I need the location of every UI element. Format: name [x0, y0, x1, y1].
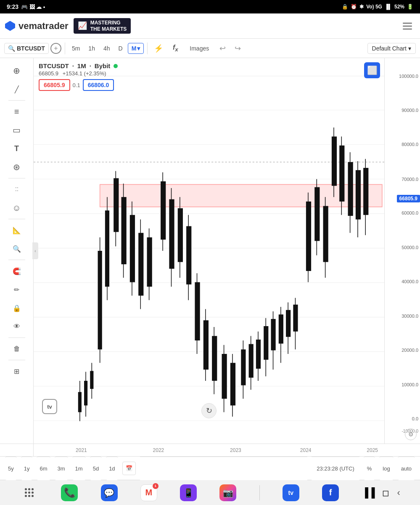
timeframe-4h[interactable]: 4h	[100, 43, 114, 53]
search-icon: 🔍	[8, 45, 15, 52]
gmail-app-icon[interactable]: M 1	[140, 484, 157, 501]
emoji-icon: ☺	[12, 203, 21, 213]
trend-up-icon: 📈	[78, 21, 87, 31]
magnet-icon: 🧲	[13, 267, 21, 275]
gmail-badge: 1	[153, 483, 158, 489]
tradingview-watermark: tv	[42, 399, 57, 414]
chart-change: +1534.1 (+2.35%)	[63, 70, 106, 77]
app-grid-button[interactable]	[20, 484, 38, 502]
hamburger-line-3	[403, 29, 412, 29]
ruler-tool[interactable]: 📐	[8, 222, 26, 239]
timerange-1m[interactable]: 1m	[72, 457, 86, 480]
timerange-3m[interactable]: 3m	[55, 457, 68, 480]
symbol-search[interactable]: 🔍 BTCUSDT	[4, 43, 49, 54]
eye-tool[interactable]: 👁	[8, 318, 26, 335]
tradingview-app-icon[interactable]: tv	[283, 484, 299, 501]
svg-rect-57	[256, 340, 261, 369]
svg-rect-31	[138, 233, 143, 295]
timeframe-dropdown[interactable]: M ▾	[128, 43, 144, 54]
add-symbol-button[interactable]: +	[50, 43, 61, 54]
price-label-80000: 80000.0	[402, 142, 418, 147]
timeframe-5m[interactable]: 5m	[69, 43, 83, 53]
ruler-icon: 📐	[13, 226, 21, 234]
line-tool[interactable]: ╱	[8, 81, 26, 98]
redo-button[interactable]: ↪	[231, 42, 244, 55]
crosshair-tool[interactable]: ⊕	[8, 62, 26, 79]
timerange-1y[interactable]: 1y	[21, 457, 33, 480]
timeframe-1h[interactable]: 1h	[85, 43, 98, 53]
tool-separator-2	[8, 178, 25, 178]
chart-exchange: Bybit	[95, 62, 111, 69]
svg-rect-23	[105, 210, 109, 287]
trash-icon: 🗑	[13, 345, 20, 353]
spread-label: 0.1	[73, 82, 80, 88]
calendar-icon: 📅	[126, 465, 132, 471]
logo-text: vematrader	[18, 21, 69, 32]
trash-tool[interactable]: 🗑	[8, 340, 26, 357]
node-tool[interactable]: ⊛	[8, 159, 26, 175]
viber-app-icon[interactable]: 📱	[180, 484, 197, 501]
sidebar-collapse-tab[interactable]: ‹	[32, 242, 38, 259]
x-axis-labels: 2021 2022 2023 2024 2025	[34, 444, 384, 456]
chart-header-info: BTCUSDT · 1M · Bybit 66805.9 +1534.1 (+2…	[39, 62, 118, 91]
magnet-tool[interactable]: 🧲	[8, 263, 26, 279]
message-app-icon[interactable]: 💬	[101, 484, 118, 501]
svg-rect-81	[356, 170, 361, 219]
timerange-6m[interactable]: 6m	[37, 457, 50, 480]
auto-button[interactable]: auto	[398, 457, 415, 480]
zoom-tool[interactable]: 🔍	[8, 240, 26, 257]
default-chart-button[interactable]: Default Chart ▾	[367, 43, 416, 54]
facebook-app-icon[interactable]: f	[322, 484, 339, 501]
emoji-tool[interactable]: ☺	[8, 199, 26, 216]
reload-button[interactable]: ↻	[201, 403, 217, 418]
svg-rect-21	[98, 251, 102, 349]
year-2021: 2021	[76, 447, 87, 453]
layers-tool[interactable]: ⊞	[8, 363, 26, 380]
dots-tool[interactable]: ⁚⁚	[8, 181, 26, 198]
svg-rect-29	[130, 215, 135, 282]
hamburger-line-2	[403, 26, 412, 27]
instagram-app-icon[interactable]: 📷	[219, 484, 236, 501]
multi-line-tool[interactable]: ≡	[8, 103, 26, 120]
svg-rect-59	[264, 326, 268, 360]
indicator-button[interactable]: ⚡	[151, 41, 166, 56]
svg-rect-17	[84, 381, 87, 406]
pencil-lock-tool[interactable]: ✏	[8, 281, 26, 298]
chevron-left-icon: ‹	[34, 249, 36, 253]
lock-tool[interactable]: 🔒	[8, 300, 26, 316]
svg-rect-69	[306, 202, 311, 271]
timeframe-d[interactable]: D	[115, 43, 126, 53]
timerange-5d[interactable]: 5d	[90, 457, 102, 480]
phone-app-icon[interactable]: 📞	[61, 484, 78, 501]
alarm-icon: ⏰	[351, 4, 357, 10]
nav-bar: 📞 💬 M 1 📱 📷 tv f ▐▐ ◻ ‹	[0, 480, 420, 505]
home-button[interactable]: ◻	[382, 488, 389, 498]
recent-apps-icon[interactable]: ▐▐	[362, 487, 375, 498]
rectangle-tool[interactable]: ▭	[8, 122, 26, 138]
header: vematrader 📈 Mastering The Markets	[0, 13, 420, 39]
logo-area[interactable]: vematrader	[5, 21, 69, 32]
images-button[interactable]: Images	[185, 43, 214, 53]
svg-rect-63	[279, 314, 283, 343]
chart-price: 66805.9	[39, 70, 58, 77]
battery: 52%	[394, 4, 404, 10]
mastering-badge[interactable]: 📈 Mastering The Markets	[74, 18, 131, 34]
timerange-5y[interactable]: 5y	[5, 457, 17, 480]
fx-button[interactable]: fx	[168, 41, 183, 56]
log-button[interactable]: log	[379, 457, 393, 480]
chart-area[interactable]: BTCUSDT · 1M · Bybit 66805.9 +1534.1 (+2…	[34, 58, 384, 444]
tool-separator-4	[8, 260, 25, 260]
year-2023: 2023	[230, 447, 241, 453]
mode-box-button[interactable]: ⬜	[364, 62, 380, 78]
back-button[interactable]: ‹	[397, 487, 400, 498]
calendar-button[interactable]: 📅	[122, 462, 136, 475]
undo-button[interactable]: ↩	[216, 42, 229, 55]
bottom-spacer	[140, 457, 308, 480]
timerange-1d[interactable]: 1d	[106, 457, 118, 480]
battery-icon: 🔋	[407, 4, 413, 10]
text-tool[interactable]: T	[8, 140, 26, 157]
hamburger-button[interactable]	[400, 19, 415, 34]
percent-button[interactable]: %	[364, 457, 375, 480]
left-toolbar: ⊕ ╱ ≡ ▭ T ⊛ ⁚⁚ ☺	[0, 58, 34, 444]
chart-settings-button[interactable]: ⚙	[405, 428, 417, 440]
